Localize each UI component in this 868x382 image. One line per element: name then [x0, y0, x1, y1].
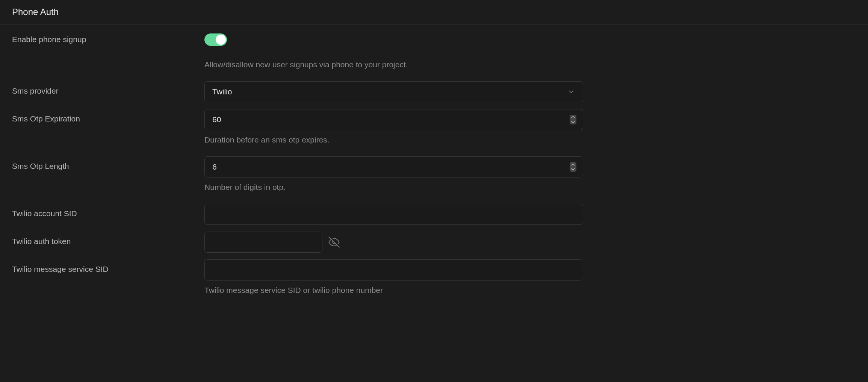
- twilio-auth-token-wrapper: [204, 232, 583, 253]
- sms-provider-label: Sms provider: [12, 81, 204, 96]
- enable-signup-help: Allow/disallow new user signups via phon…: [204, 60, 583, 69]
- stepper-down-icon[interactable]: [570, 167, 576, 172]
- otp-length-stepper: [570, 162, 576, 172]
- toggle-knob: [216, 35, 226, 45]
- form-content: Enable phone signup Allow/disallow new u…: [0, 24, 868, 316]
- stepper-up-icon[interactable]: [570, 162, 576, 167]
- otp-length-help: Number of digits in otp.: [204, 183, 583, 192]
- stepper-up-icon[interactable]: [570, 115, 576, 120]
- otp-length-wrapper: [204, 156, 583, 177]
- otp-expiration-stepper: [570, 115, 576, 124]
- otp-length-control: Number of digits in otp.: [204, 156, 583, 192]
- twilio-auth-token-input[interactable]: [204, 232, 322, 253]
- twilio-message-sid-help: Twilio message service SID or twilio pho…: [204, 286, 583, 295]
- twilio-account-sid-control: [204, 204, 583, 225]
- twilio-message-sid-control: Twilio message service SID or twilio pho…: [204, 259, 583, 295]
- sms-provider-select[interactable]: Twilio: [204, 81, 583, 102]
- otp-length-label: Sms Otp Length: [12, 156, 204, 171]
- enable-signup-control: Allow/disallow new user signups via phon…: [204, 33, 583, 69]
- otp-expiration-wrapper: [204, 109, 583, 130]
- twilio-account-sid-label: Twilio account SID: [12, 204, 204, 218]
- otp-expiration-row: Sms Otp Expiration Duration before an sm…: [12, 109, 856, 144]
- sms-provider-row: Sms provider Twilio: [12, 81, 856, 102]
- otp-expiration-help: Duration before an sms otp expires.: [204, 135, 583, 144]
- twilio-message-sid-label: Twilio message service SID: [12, 259, 204, 274]
- section-header: Phone Auth: [0, 0, 868, 24]
- eye-off-icon[interactable]: [328, 236, 340, 248]
- otp-length-input[interactable]: [204, 156, 583, 177]
- stepper-down-icon[interactable]: [570, 120, 576, 124]
- twilio-account-sid-row: Twilio account SID: [12, 204, 856, 225]
- otp-length-row: Sms Otp Length Number of digits in otp.: [12, 156, 856, 192]
- sms-provider-control: Twilio: [204, 81, 583, 102]
- enable-signup-label: Enable phone signup: [12, 33, 204, 44]
- twilio-auth-token-control: [204, 232, 583, 253]
- twilio-auth-token-row: Twilio auth token: [12, 232, 856, 253]
- twilio-message-sid-row: Twilio message service SID Twilio messag…: [12, 259, 856, 295]
- otp-expiration-input[interactable]: [204, 109, 583, 130]
- enable-signup-toggle[interactable]: [204, 33, 227, 46]
- sms-provider-select-wrapper: Twilio: [204, 81, 583, 102]
- otp-expiration-label: Sms Otp Expiration: [12, 109, 204, 123]
- enable-signup-row: Enable phone signup Allow/disallow new u…: [12, 33, 856, 69]
- otp-expiration-control: Duration before an sms otp expires.: [204, 109, 583, 144]
- page-title: Phone Auth: [12, 7, 856, 17]
- twilio-auth-token-label: Twilio auth token: [12, 232, 204, 246]
- twilio-message-sid-input[interactable]: [204, 259, 583, 280]
- twilio-account-sid-input[interactable]: [204, 204, 583, 225]
